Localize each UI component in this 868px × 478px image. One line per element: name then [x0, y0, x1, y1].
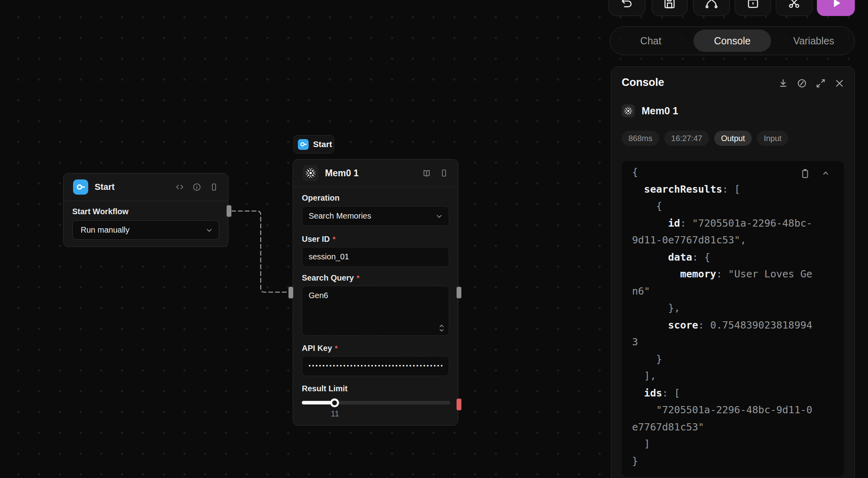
input-tab-badge[interactable]: Input [757, 131, 788, 146]
search-query-value: Gen6 [309, 291, 328, 300]
mem0-logo-icon [622, 104, 635, 118]
code-line: searchResults: [ [632, 181, 844, 198]
start-node-card[interactable]: Start Start Workflow Run manually [63, 173, 228, 247]
result-limit-value: 11 [329, 409, 341, 418]
workflow-editor: { "toolbar": { "button_icons": ["undo-ic… [0, 0, 868, 478]
user-id-input[interactable]: session_01 [302, 247, 449, 267]
scissors-icon [787, 0, 801, 10]
layout-icon [746, 0, 760, 10]
required-asterisk: * [333, 235, 335, 244]
code-line: { [632, 198, 844, 215]
code-lines: { searchResults: [ { id: "7205501a-2296-… [632, 164, 844, 470]
info-icon[interactable] [192, 183, 201, 191]
start-node-chip[interactable]: Start [293, 135, 334, 153]
tab-chat[interactable]: Chat [640, 35, 662, 47]
tab-console[interactable]: Console [694, 30, 771, 52]
panel-icon[interactable] [210, 183, 218, 191]
scissors-button[interactable] [776, 0, 813, 16]
console-output-code: { searchResults: [ { id: "7205501a-2296-… [622, 161, 844, 477]
undo-button[interactable] [608, 0, 645, 16]
code-line: ids: [ [632, 385, 844, 402]
trigger-select[interactable]: Run manually [72, 220, 219, 240]
api-key-masked-value: ••••••••••••••••••••••••••••••••••••••••… [309, 357, 442, 375]
tab-variables[interactable]: Variables [793, 35, 834, 47]
start-node-header: Start [63, 173, 228, 201]
code-line: } [632, 351, 844, 368]
chevron-down-icon [435, 212, 443, 220]
console-node-name: Mem0 1 [642, 105, 678, 117]
chevron-down-icon [205, 226, 213, 234]
required-asterisk: * [335, 344, 338, 353]
mem0-node-card[interactable]: Mem0 1 Operation Search Memories User ID… [293, 159, 458, 426]
code-line: } [632, 453, 844, 470]
share-nodes-button[interactable] [693, 0, 730, 16]
slider-fill [302, 401, 335, 404]
code-line: 3 [632, 334, 844, 351]
api-key-label: API Key [302, 344, 332, 353]
mem0-error-handle[interactable] [456, 398, 462, 410]
search-query-field: Search Query* Gen6 [302, 273, 449, 336]
resize-handle-icon[interactable] [438, 324, 445, 332]
api-key-field: API Key* •••••••••••••••••••••••••••••••… [302, 344, 449, 376]
code-line: ] [632, 436, 844, 453]
docs-book-icon[interactable] [422, 169, 431, 178]
collapse-icon[interactable] [821, 168, 830, 178]
code-line: id: "7205501a-2296-48bc- [632, 215, 844, 232]
user-id-value: session_01 [309, 252, 349, 261]
mem0-logo-icon [303, 165, 319, 181]
expand-icon[interactable] [815, 78, 826, 89]
start-node-title: Start [95, 182, 169, 192]
start-workflow-label: Start Workflow [72, 207, 219, 216]
output-tab-badge[interactable]: Output [714, 131, 752, 146]
code-line: data: { [632, 249, 844, 266]
operation-select[interactable]: Search Memories [302, 206, 449, 226]
result-limit-label: Result Limit [302, 384, 449, 393]
code-icon[interactable] [175, 183, 184, 191]
start-output-handle[interactable] [226, 205, 232, 217]
save-button[interactable] [652, 0, 688, 16]
code-line: 9d11-0e7767d81c53", [632, 232, 844, 249]
console-panel: Console Mem0 1 868ms 16:27:47 Output Inp… [611, 66, 855, 478]
mem0-node-title: Mem0 1 [325, 168, 416, 179]
share-nodes-icon [705, 0, 718, 10]
code-line: n6" [632, 283, 844, 300]
result-limit-slider[interactable]: 11 [302, 399, 449, 423]
search-query-label: Search Query [302, 273, 354, 283]
code-line: "7205501a-2296-48bc-9d11-0 [632, 402, 844, 419]
copy-icon[interactable] [800, 168, 811, 179]
run-button[interactable] [817, 0, 855, 16]
download-icon[interactable] [778, 78, 789, 89]
mem0-input-handle[interactable] [288, 287, 293, 299]
undo-icon [620, 0, 634, 10]
trigger-select-value: Run manually [81, 225, 129, 234]
panel-icon[interactable] [440, 169, 448, 177]
layout-button[interactable] [735, 0, 771, 16]
code-line: score: 0.754839023818994 [632, 317, 844, 334]
api-key-input[interactable]: ••••••••••••••••••••••••••••••••••••••••… [302, 356, 449, 376]
start-chip-label: Start [313, 139, 332, 149]
mem0-node-header: Mem0 1 [293, 159, 458, 187]
operation-field: Operation Search Memories [302, 193, 449, 226]
operation-select-value: Search Memories [309, 211, 371, 220]
slider-thumb[interactable] [330, 398, 339, 407]
result-limit-field: Result Limit 11 [302, 384, 449, 423]
start-icon [298, 139, 309, 150]
code-line: memory: "User Loves Ge [632, 266, 844, 283]
console-node-row: Mem0 1 [622, 104, 678, 118]
console-panel-title: Console [622, 76, 664, 89]
close-icon[interactable] [834, 78, 845, 89]
operation-label: Operation [302, 193, 449, 203]
search-query-textarea[interactable]: Gen6 [302, 286, 449, 336]
mem0-output-handle[interactable] [456, 287, 462, 299]
duration-badge: 868ms [622, 131, 659, 146]
edge-start-to-mem0 [232, 211, 288, 292]
run-play-icon [830, 0, 842, 9]
user-id-label: User ID [302, 235, 330, 244]
start-icon [73, 179, 88, 195]
timestamp-badge: 16:27:47 [664, 131, 709, 146]
clear-icon[interactable] [797, 78, 807, 89]
required-asterisk: * [357, 274, 359, 283]
user-id-field: User ID* session_01 [302, 235, 449, 267]
slider-track[interactable] [302, 401, 450, 404]
code-line: }, [632, 300, 844, 317]
